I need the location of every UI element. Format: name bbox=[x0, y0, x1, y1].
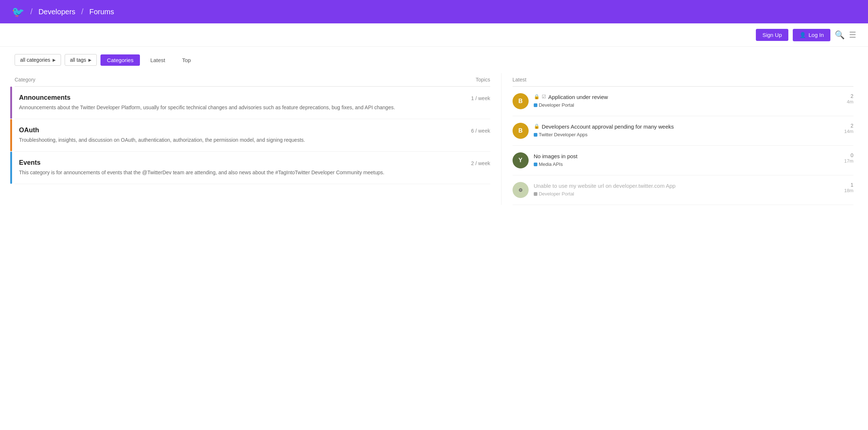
topic-count: 0 bbox=[839, 152, 853, 158]
category-row: OAuth Troubleshooting, insights, and dis… bbox=[15, 119, 490, 152]
category-info: OAuth Troubleshooting, insights, and dis… bbox=[19, 126, 461, 144]
topic-time: 14m bbox=[839, 129, 853, 134]
login-label: Log In bbox=[808, 32, 824, 38]
topic-count: 2 bbox=[839, 123, 853, 129]
topic-meta: Media APIs bbox=[534, 161, 834, 167]
tab-top[interactable]: Top bbox=[175, 54, 197, 66]
tab-categories[interactable]: Categories bbox=[100, 54, 140, 66]
topic-tag[interactable]: Media APIs bbox=[534, 161, 563, 167]
topic-stats: 0 17m bbox=[839, 152, 853, 164]
topic-main: Unable to use my website url on develope… bbox=[534, 182, 834, 197]
category-row: Events This category is for announcement… bbox=[15, 152, 490, 184]
topic-stats: 2 4m bbox=[839, 93, 853, 104]
site-header: 🐦 / Developers / Forums bbox=[0, 0, 868, 23]
categories-dropdown-label: all categories bbox=[20, 57, 50, 63]
topic-tag[interactable]: Twitter Developer Apps bbox=[534, 132, 588, 137]
topic-main: No images in post Media APIs bbox=[534, 152, 834, 167]
topic-stats: 2 14m bbox=[839, 123, 853, 134]
category-color-bar bbox=[10, 152, 12, 184]
tag-dot bbox=[534, 103, 537, 107]
developers-nav-link[interactable]: Developers bbox=[38, 8, 75, 16]
topic-title-text: No images in post bbox=[534, 152, 578, 160]
tags-dropdown[interactable]: all tags ▶ bbox=[65, 54, 97, 66]
category-name[interactable]: Events bbox=[19, 159, 461, 167]
category-color-bar bbox=[10, 119, 12, 151]
topic-main: 🔒 ☑ Application under review Developer P… bbox=[534, 93, 834, 108]
topbar: Sign Up 👤 Log In 🔍 ☰ bbox=[0, 23, 868, 47]
topic-meta: Developer Portal bbox=[534, 191, 834, 197]
topic-row: ⚙ Unable to use my website url on develo… bbox=[513, 175, 853, 205]
col-category-header: Category bbox=[15, 77, 35, 83]
category-name[interactable]: OAuth bbox=[19, 126, 461, 134]
category-desc: This category is for announcements of ev… bbox=[19, 169, 461, 176]
login-button[interactable]: 👤 Log In bbox=[793, 29, 830, 41]
topic-row: B 🔒 ☑ Application under review Developer… bbox=[513, 87, 853, 116]
avatar: ⚙ bbox=[513, 182, 529, 198]
search-icon[interactable]: 🔍 bbox=[835, 30, 845, 40]
tag-label: Twitter Developer Apps bbox=[539, 132, 588, 137]
tag-label: Developer Portal bbox=[539, 191, 574, 197]
categories-dropdown[interactable]: all categories ▶ bbox=[15, 54, 61, 66]
menu-icon[interactable]: ☰ bbox=[849, 30, 856, 40]
category-color-bar bbox=[10, 87, 12, 119]
topic-title-text: Unable to use my website url on develope… bbox=[534, 182, 676, 190]
avatar: B bbox=[513, 93, 529, 109]
tag-dot bbox=[534, 192, 537, 196]
topic-title-text: Developers Account approval pending for … bbox=[542, 123, 674, 130]
category-row: Announcements Announcements about the Tw… bbox=[15, 87, 490, 119]
tags-dropdown-label: all tags bbox=[70, 57, 86, 63]
category-desc: Troubleshooting, insights, and discussio… bbox=[19, 136, 461, 144]
topics-header: Latest bbox=[513, 73, 853, 87]
tab-latest[interactable]: Latest bbox=[144, 54, 172, 66]
category-topics: 6 / week bbox=[461, 126, 490, 134]
topic-time: 17m bbox=[839, 158, 853, 164]
forums-nav-link[interactable]: Forums bbox=[89, 8, 114, 16]
breadcrumb-sep-1: / bbox=[30, 7, 33, 16]
col-topics-header: Topics bbox=[476, 77, 490, 83]
tag-dot bbox=[534, 133, 537, 137]
lock-icon: 🔒 bbox=[534, 94, 540, 100]
main-content: Category Topics Announcements Announceme… bbox=[0, 73, 868, 220]
topic-title[interactable]: 🔒 Developers Account approval pending fo… bbox=[534, 123, 834, 130]
topic-time: 18m bbox=[839, 188, 853, 193]
breadcrumb-sep-2: / bbox=[81, 7, 83, 16]
topic-title[interactable]: 🔒 ☑ Application under review bbox=[534, 93, 834, 101]
check-icon: ☑ bbox=[542, 94, 546, 100]
topic-title-text: Application under review bbox=[548, 93, 608, 101]
category-info: Announcements Announcements about the Tw… bbox=[19, 94, 461, 111]
col-latest-header: Latest bbox=[513, 77, 526, 83]
categories-panel: Category Topics Announcements Announceme… bbox=[15, 73, 501, 205]
tags-dropdown-arrow: ▶ bbox=[88, 58, 91, 62]
avatar: Y bbox=[513, 152, 529, 168]
filter-bar: all categories ▶ all tags ▶ Categories L… bbox=[0, 47, 868, 73]
topic-title[interactable]: No images in post bbox=[534, 152, 834, 160]
topic-tag[interactable]: Developer Portal bbox=[534, 102, 574, 108]
category-desc: Announcements about the Twitter Develope… bbox=[19, 104, 461, 111]
topic-time: 4m bbox=[839, 99, 853, 104]
categories-dropdown-arrow: ▶ bbox=[53, 58, 56, 62]
category-name[interactable]: Announcements bbox=[19, 94, 461, 102]
topic-meta: Developer Portal bbox=[534, 102, 834, 108]
topic-stats: 1 18m bbox=[839, 182, 853, 193]
twitter-logo-icon: 🐦 bbox=[12, 6, 24, 18]
table-header: Category Topics bbox=[15, 73, 490, 87]
topic-count: 2 bbox=[839, 93, 853, 99]
topic-tag[interactable]: Developer Portal bbox=[534, 191, 574, 197]
topic-row: Y No images in post Media APIs 0 17m bbox=[513, 146, 853, 175]
tag-dot bbox=[534, 163, 537, 166]
signup-button[interactable]: Sign Up bbox=[756, 29, 788, 41]
lock-icon: 🔒 bbox=[534, 123, 540, 130]
topic-title[interactable]: Unable to use my website url on develope… bbox=[534, 182, 834, 190]
category-topics: 1 / week bbox=[461, 94, 490, 101]
topic-main: 🔒 Developers Account approval pending fo… bbox=[534, 123, 834, 137]
tag-label: Media APIs bbox=[539, 161, 563, 167]
topic-meta: Twitter Developer Apps bbox=[534, 132, 834, 137]
category-info: Events This category is for announcement… bbox=[19, 159, 461, 176]
category-topics: 2 / week bbox=[461, 159, 490, 166]
login-user-icon: 👤 bbox=[799, 32, 806, 38]
tag-label: Developer Portal bbox=[539, 102, 574, 108]
topics-panel: Latest B 🔒 ☑ Application under review De… bbox=[501, 73, 853, 205]
topic-row: B 🔒 Developers Account approval pending … bbox=[513, 116, 853, 146]
avatar: B bbox=[513, 123, 529, 139]
topic-count: 1 bbox=[839, 182, 853, 188]
